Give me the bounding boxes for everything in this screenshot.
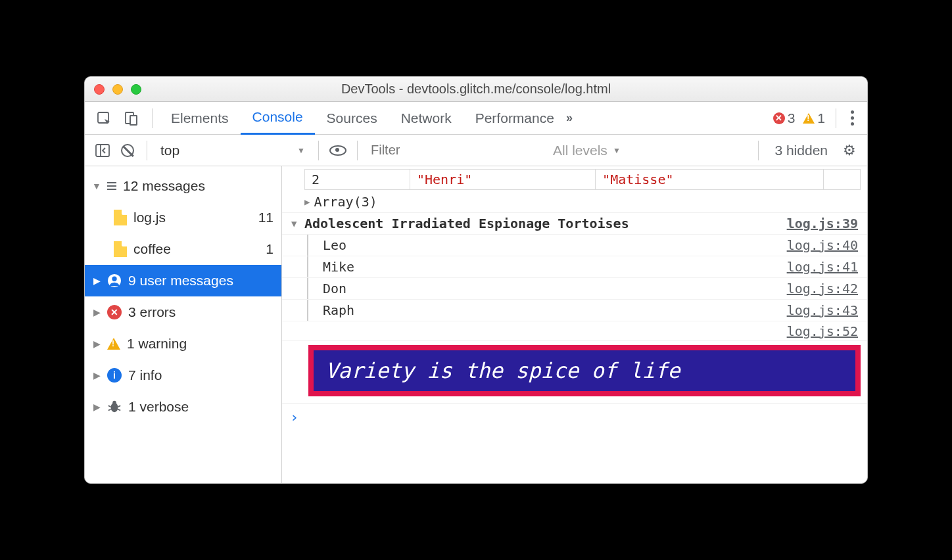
source-link[interactable]: log.js:42 <box>787 281 858 296</box>
sidebar-item-verbose[interactable]: ▶ 1 verbose <box>85 391 281 423</box>
context-label: top <box>160 143 179 158</box>
sidebar-file-coffee[interactable]: coffee 1 <box>85 233 281 265</box>
tab-sources[interactable]: Sources <box>315 102 389 135</box>
source-link[interactable]: log.js:41 <box>787 259 858 275</box>
svg-line-11 <box>118 406 121 407</box>
svg-line-13 <box>118 409 121 411</box>
console-log-line[interactable]: Don log.js:42 <box>282 278 867 300</box>
svg-point-9 <box>112 401 116 405</box>
inspect-element-icon[interactable] <box>94 108 114 128</box>
chevron-down-icon: ▼ <box>291 218 297 229</box>
table-cell: "Henri" <box>410 170 596 190</box>
errors-count: 3 <box>788 110 796 126</box>
filter-input[interactable] <box>364 143 544 158</box>
error-icon: ✕ <box>773 112 785 124</box>
console-array-line[interactable]: ▶ Array(3) <box>282 191 867 213</box>
console-log-line[interactable]: Leo log.js:40 <box>282 235 867 256</box>
sidebar-item-label: 9 user messages <box>128 273 274 289</box>
clear-console-icon[interactable] <box>115 138 140 163</box>
log-text: Mike <box>323 259 354 275</box>
console-prompt[interactable]: › <box>282 403 867 431</box>
svg-line-12 <box>108 409 111 411</box>
levels-label: All levels <box>553 143 607 158</box>
svg-line-10 <box>108 406 111 407</box>
group-bar <box>307 300 308 321</box>
console-log-line[interactable]: Raph log.js:43 <box>282 300 867 321</box>
toggle-sidebar-icon[interactable] <box>90 138 115 163</box>
console-output: 2 "Henri" "Matisse" ▶ Array(3) ▼ Adolesc… <box>282 166 867 483</box>
sidebar-item-user-messages[interactable]: ▶ 9 user messages <box>85 265 281 296</box>
warning-icon <box>803 113 815 124</box>
svg-point-7 <box>112 277 116 281</box>
tab-elements[interactable]: Elements <box>159 102 241 135</box>
chevron-right-icon: ▶ <box>304 197 310 207</box>
console-log-line[interactable]: log.js:52 <box>282 321 867 341</box>
group-title: Adolescent Irradiated Espionage Tortoise… <box>304 216 629 231</box>
context-selector[interactable]: top ▼ <box>154 143 312 158</box>
log-text: Raph <box>323 302 354 318</box>
kebab-menu-icon[interactable] <box>843 110 862 126</box>
console-log-line[interactable]: Mike log.js:41 <box>282 256 867 278</box>
panel-tabs: Elements Console Sources Network Perform… <box>85 102 867 135</box>
sidebar-file-count: 11 <box>258 210 274 225</box>
chevron-right-icon: ▶ <box>93 338 101 349</box>
group-bar <box>307 278 308 299</box>
divider <box>836 108 836 128</box>
sidebar-item-label: 7 info <box>128 367 274 383</box>
user-icon <box>107 273 122 288</box>
console-sidebar: ▼ 12 messages log.js 11 coffee 1 ▶ 9 use… <box>85 166 282 483</box>
group-bar <box>307 256 308 277</box>
svg-rect-2 <box>130 116 137 125</box>
source-link[interactable]: log.js:39 <box>787 216 858 231</box>
file-icon <box>114 210 127 225</box>
hidden-count[interactable]: 3 hidden <box>765 143 837 158</box>
console-group-header[interactable]: ▼ Adolescent Irradiated Espionage Tortoi… <box>282 213 867 235</box>
window-title: DevTools - devtools.glitch.me/console/lo… <box>85 82 867 97</box>
warnings-badge[interactable]: 1 <box>799 110 829 126</box>
errors-badge[interactable]: ✕ 3 <box>769 110 799 126</box>
table-row[interactable]: 2 "Henri" "Matisse" <box>305 170 861 190</box>
sidebar-file-name: log.js <box>133 210 252 225</box>
tab-network[interactable]: Network <box>389 102 464 135</box>
live-expression-icon[interactable] <box>325 138 350 163</box>
tabs-overflow-button[interactable]: » <box>566 111 573 125</box>
sidebar-item-label: 3 errors <box>128 304 274 320</box>
table-cell-index: 2 <box>305 170 410 190</box>
chevron-down-icon: ▼ <box>613 146 621 155</box>
tab-console[interactable]: Console <box>241 102 315 135</box>
close-window-button[interactable] <box>94 84 105 95</box>
source-link[interactable]: log.js:40 <box>787 237 858 253</box>
log-levels-selector[interactable]: All levels ▼ <box>544 143 630 158</box>
table-cell-empty <box>823 170 860 190</box>
divider <box>152 108 153 128</box>
sidebar-item-errors[interactable]: ▶ ✕ 3 errors <box>85 296 281 328</box>
chevron-down-icon: ▼ <box>297 146 305 155</box>
maximize-window-button[interactable] <box>131 84 141 95</box>
styled-log: Variety is the spice of life <box>308 345 861 396</box>
sidebar-item-messages[interactable]: ▼ 12 messages <box>85 170 281 202</box>
divider <box>758 141 759 160</box>
sidebar-file-logjs[interactable]: log.js 11 <box>85 202 281 233</box>
error-icon: ✕ <box>107 305 122 319</box>
divider <box>318 141 319 160</box>
bug-icon <box>107 400 122 414</box>
warnings-count: 1 <box>817 110 825 126</box>
sidebar-item-label: 12 messages <box>123 178 274 194</box>
tab-performance[interactable]: Performance <box>464 102 566 135</box>
console-toolbar: top ▼ All levels ▼ 3 hidden ⚙ <box>85 135 867 166</box>
info-icon: i <box>107 368 122 383</box>
gear-icon[interactable]: ⚙ <box>837 138 862 163</box>
sidebar-item-label: 1 warning <box>127 336 274 352</box>
sidebar-file-name: coffee <box>133 241 259 257</box>
list-icon <box>107 182 116 190</box>
minimize-window-button[interactable] <box>112 84 123 95</box>
sidebar-item-warning[interactable]: ▶ 1 warning <box>85 328 281 360</box>
device-toolbar-icon[interactable] <box>122 108 141 128</box>
divider <box>147 141 147 160</box>
source-link[interactable]: log.js:43 <box>787 302 858 318</box>
array-label: Array(3) <box>314 194 377 210</box>
sidebar-item-info[interactable]: ▶ i 7 info <box>85 360 281 391</box>
devtools-window: DevTools - devtools.glitch.me/console/lo… <box>84 76 868 484</box>
source-link[interactable]: log.js:52 <box>787 323 858 339</box>
chevron-right-icon: ▶ <box>93 370 101 381</box>
